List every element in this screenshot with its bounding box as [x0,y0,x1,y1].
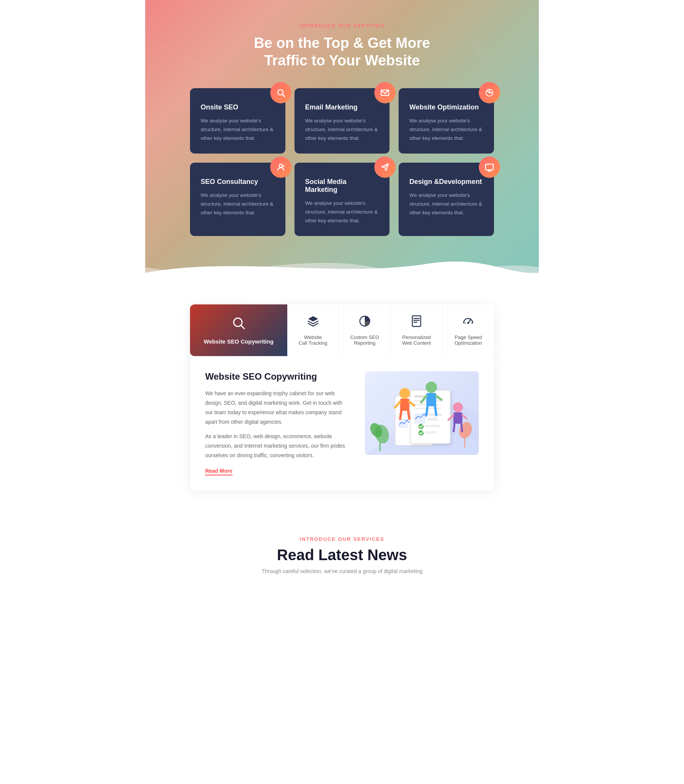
news-desc: Through careful selection, we've curated… [160,568,524,574]
svg-rect-17 [412,316,421,326]
content-card: Website SEO Copywriting We have an ever-… [190,356,494,490]
search-icon [231,316,246,334]
svg-line-58 [435,406,436,415]
email-marketing-icon [374,82,395,103]
svg-rect-67 [425,425,440,427]
svg-rect-45 [428,413,442,416]
tab-label: Custom SEOReporting [350,334,379,346]
pie-chart-icon [358,315,371,331]
news-subtitle: INTRODUCE OUR SERVICES [160,536,524,542]
tab-page-speed-optimization[interactable]: Page SpeedOptimization [443,305,494,356]
service-card-title: Email Marketing [305,103,379,111]
service-card-desc: We analyse your website's structure, int… [201,191,275,218]
content-text-block: Website SEO Copywriting We have an ever-… [205,371,350,476]
document-icon [410,315,423,331]
service-card-title: Website Optimization [409,103,483,111]
service-card-desc: We analyse your website's structure, int… [201,117,275,143]
website-optimization-icon [479,82,500,103]
tab-website-seo-copywriting[interactable]: Website SEO Copywriting [190,305,287,356]
onsite-seo-icon [270,82,292,103]
services-title: Be on the Top & Get More Traffic to Your… [145,35,539,69]
services-grid: Onsite SEO We analyse your website's str… [175,88,509,236]
svg-line-57 [426,406,428,415]
content-desc-1: We have an ever-expanding trophy cabinet… [205,389,350,427]
features-section: Website SEO Copywriting WebsiteCall Trac… [145,282,539,490]
svg-rect-11 [486,164,493,170]
svg-point-22 [468,322,469,324]
service-card-title: SEO Consultancy [201,178,275,186]
svg-rect-54 [426,393,436,406]
read-more-link[interactable]: Read More [205,468,232,476]
tab-label: PersonalizedWeb Content [402,334,431,346]
service-card-desc: We analyse your website's structure, int… [409,191,483,218]
service-card-design-dev[interactable]: Design &Development We analyse your webs… [398,163,494,236]
content-title: Website SEO Copywriting [205,371,350,382]
service-card-desc: We analyse your website's structure, int… [409,117,483,143]
layers-icon [307,315,319,331]
service-card-seo-consultancy[interactable]: SEO Consultancy We analyse your website'… [190,163,286,236]
svg-line-64 [461,424,462,431]
service-card-social-media[interactable]: Social Media Marketing We analyse your w… [295,163,390,236]
service-card-title: Design &Development [409,178,483,186]
news-title: Read Latest News [160,547,524,564]
service-card-title: Social Media Marketing [305,178,379,194]
service-card-desc: We analyse your website's structure, int… [305,199,379,225]
service-card-desc: We analyse your website's structure, int… [305,117,379,143]
service-card-onsite-seo[interactable]: Onsite SEO We analyse your website's str… [190,88,286,153]
svg-line-51 [400,411,401,419]
svg-rect-48 [400,398,409,411]
speedometer-icon [462,315,474,331]
service-card-email-marketing[interactable]: Email Marketing We analyse your website'… [295,88,390,153]
tab-personalized-web-content[interactable]: PersonalizedWeb Content [390,305,442,356]
content-desc-2: As a leader in SEO, web design, ecommerc… [205,432,350,461]
service-card-website-optimization[interactable]: Website Optimization We analyse your web… [398,88,494,153]
svg-line-52 [408,411,409,419]
design-dev-icon [479,156,500,178]
svg-line-2 [411,19,539,76]
svg-point-59 [453,402,463,412]
tab-label: Page SpeedOptimization [455,334,482,346]
tab-label: WebsiteCall Tracking [299,334,327,346]
social-media-icon [374,156,395,178]
seo-consultancy-icon [270,156,292,178]
svg-line-63 [454,424,455,431]
svg-rect-68 [425,431,436,434]
services-section: INTRODUCE OUR SERVICES Be on the Top & G… [145,0,539,282]
svg-rect-46 [428,418,438,421]
content-illustration [365,371,479,455]
tab-label-active: Website SEO Copywriting [204,338,274,345]
svg-point-53 [426,382,437,393]
services-subtitle: INTRODUCE OUR SERVICES [145,23,539,29]
tab-website-call-tracking[interactable]: WebsiteCall Tracking [287,305,339,356]
svg-rect-60 [453,412,463,424]
service-card-title: Onsite SEO [201,103,275,111]
svg-point-9 [279,164,282,167]
svg-line-6 [282,95,285,97]
svg-line-15 [241,325,244,329]
svg-point-47 [399,388,410,398]
news-section: INTRODUCE OUR SERVICES Read Latest News … [145,513,539,589]
tab-custom-seo-reporting[interactable]: Custom SEOReporting [339,305,390,356]
features-tabs: Website SEO Copywriting WebsiteCall Trac… [190,305,494,356]
